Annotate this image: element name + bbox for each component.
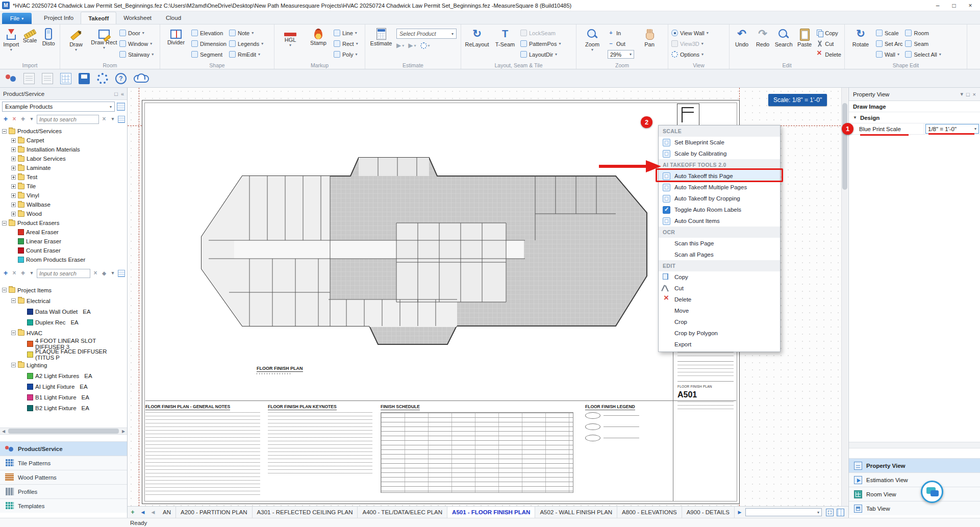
- add-item-icon[interactable]: +: [2, 270, 9, 277]
- estimate-button[interactable]: Estimate: [368, 26, 394, 62]
- scale-button[interactable]: Scale: [22, 26, 38, 62]
- tree-item[interactable]: Tile: [0, 182, 127, 191]
- panel-nav-button[interactable]: Wood Patterns: [0, 470, 127, 484]
- item-grid-view-icon[interactable]: [118, 270, 125, 277]
- tree-item[interactable]: Carpet: [0, 136, 127, 145]
- context-menu-item[interactable]: Set Blueprint Scale: [659, 137, 780, 148]
- remove-product-icon[interactable]: ×: [11, 116, 18, 123]
- seam-button[interactable]: Seam: [905, 39, 941, 48]
- ribbon-tab[interactable]: Cloud: [159, 12, 188, 24]
- collapse-panel-icon[interactable]: «: [121, 91, 124, 97]
- tree-item[interactable]: AI Light Fixture EA: [0, 381, 127, 392]
- tree-item[interactable]: Vinyl: [0, 191, 127, 200]
- context-menu-item[interactable]: Scan this Page: [659, 238, 780, 249]
- help-icon[interactable]: ?: [115, 73, 127, 84]
- product-search-input[interactable]: [37, 115, 99, 124]
- expander-icon[interactable]: [11, 184, 16, 189]
- sheet-tab[interactable]: A502 - WALL FINISH PLAN: [535, 507, 617, 518]
- tree-item[interactable]: A2 Light Fixtures EA: [0, 370, 127, 381]
- context-menu-item[interactable]: Crop: [659, 316, 780, 328]
- add-sheet-button[interactable]: +: [128, 509, 138, 516]
- sheet-tab[interactable]: A301 - REFLECTED CEILING PLAN: [253, 507, 358, 518]
- tree-item[interactable]: Areal Eraser: [0, 228, 127, 237]
- zoom-button[interactable]: Zoom ▾: [580, 26, 605, 62]
- fit-to-screen-icon[interactable]: [826, 509, 834, 516]
- page-thumbnails-icon[interactable]: [837, 509, 844, 516]
- tree-item[interactable]: Data Wall Outlet EA: [0, 306, 127, 317]
- run-all-button[interactable]: ▶▾: [408, 42, 416, 49]
- expander-icon[interactable]: [11, 157, 16, 161]
- copy-button[interactable]: Copy: [816, 29, 841, 37]
- tree-item[interactable]: Room Products Eraser: [0, 255, 127, 264]
- window-button[interactable]: Window▾: [119, 39, 154, 48]
- context-menu-item[interactable]: Auto Takeoff by Cropping: [659, 193, 780, 204]
- sheet-filter-dropdown[interactable]: ▾: [745, 508, 822, 516]
- zoom-level-dropdown[interactable]: 29% ▾: [608, 50, 634, 59]
- catalog-dropdown[interactable]: Example Products ▾: [2, 102, 115, 112]
- import-project-icon[interactable]: [23, 73, 35, 84]
- segment-button[interactable]: Segment: [191, 50, 227, 59]
- tree-item[interactable]: Installation Materials: [0, 145, 127, 154]
- view3d-button[interactable]: View3D▾: [671, 39, 709, 48]
- context-menu-item[interactable]: Copy: [659, 271, 780, 283]
- room-button[interactable]: Room: [905, 29, 941, 37]
- expander-icon[interactable]: [2, 221, 7, 225]
- context-menu-item[interactable]: Crop by Polygon: [659, 328, 780, 339]
- left-panel-hscrollbar[interactable]: ◀ ▶: [0, 428, 127, 435]
- set-arc-button[interactable]: Set Arc: [876, 39, 902, 48]
- export-project-icon[interactable]: [42, 73, 53, 84]
- rmedit-button[interactable]: RmEdit▾: [229, 50, 263, 59]
- tree-item[interactable]: Duplex Rec EA: [0, 317, 127, 328]
- wall-button[interactable]: Wall▾: [876, 50, 902, 59]
- divider-button[interactable]: Divider: [163, 26, 189, 62]
- context-menu-item[interactable]: Move: [659, 305, 780, 316]
- expander-icon[interactable]: [11, 331, 16, 335]
- scrollbar-thumb[interactable]: [842, 103, 847, 190]
- panel-nav-button[interactable]: Property View: [849, 458, 980, 472]
- remove-item-icon[interactable]: ×: [11, 270, 18, 277]
- context-menu-item[interactable]: SCALE: [659, 126, 780, 137]
- sheet-tab[interactable]: AN: [158, 507, 176, 518]
- panel-nav-button[interactable]: Estimation View: [849, 472, 980, 487]
- scroll-tabs-left-button[interactable]: ◀: [138, 510, 148, 515]
- expander-icon[interactable]: [2, 129, 7, 134]
- line-button[interactable]: Line▾: [334, 29, 358, 37]
- close-button[interactable]: ×: [963, 1, 978, 11]
- scrollbar-thumb[interactable]: [8, 429, 119, 434]
- ribbon-tab[interactable]: Takeoff: [81, 12, 116, 24]
- context-menu-item[interactable]: Auto Count Items: [659, 215, 780, 227]
- poly-button[interactable]: Poly▾: [334, 50, 358, 59]
- draw-button[interactable]: Draw ▾: [63, 26, 89, 62]
- stairway-button[interactable]: Stairway▾: [119, 50, 154, 59]
- grid-view-icon[interactable]: [118, 116, 125, 123]
- caret-icon[interactable]: ▾: [28, 116, 35, 123]
- filter-caret-icon[interactable]: ▾: [109, 116, 116, 123]
- tree-item[interactable]: Laminate: [0, 163, 127, 172]
- expander-icon[interactable]: [11, 193, 16, 198]
- context-menu-item[interactable]: AI TAKEOFF TOOLS 2.0: [659, 159, 780, 170]
- expander-icon[interactable]: [11, 203, 16, 207]
- cut-button[interactable]: Cut: [816, 39, 841, 48]
- scroll-right-icon[interactable]: ▶: [120, 429, 127, 434]
- draw-rect-button[interactable]: Draw Rect ▾: [91, 26, 117, 62]
- pin-icon[interactable]: □: [114, 91, 118, 97]
- tree-item[interactable]: Wallbase: [0, 200, 127, 209]
- file-menu-button[interactable]: File ▾: [2, 13, 32, 24]
- close-panel-icon[interactable]: ×: [973, 91, 976, 97]
- select-all-button[interactable]: Select All▾: [905, 50, 941, 59]
- panel-nav-button[interactable]: Templates: [0, 498, 127, 513]
- panel-nav-button[interactable]: Room View: [849, 487, 980, 501]
- search-button[interactable]: Search: [774, 26, 793, 62]
- delete-button[interactable]: Delete: [816, 50, 841, 59]
- patternpos-button[interactable]: PatternPos▾: [520, 39, 561, 48]
- context-menu-item[interactable]: OCR: [659, 227, 780, 238]
- add-item-group-icon[interactable]: +: [19, 270, 27, 277]
- save-icon[interactable]: [79, 73, 90, 84]
- legends-button[interactable]: Legends▾: [229, 39, 263, 48]
- disto-button[interactable]: Disto: [40, 26, 57, 62]
- expander-icon[interactable]: [11, 147, 16, 152]
- tree-item[interactable]: B1 Light Fixture EA: [0, 392, 127, 403]
- tree-item[interactable]: Wood: [0, 209, 127, 218]
- context-menu-item[interactable]: Auto Takeoff Multiple Pages: [659, 182, 780, 193]
- context-menu-item[interactable]: Delete: [659, 294, 780, 305]
